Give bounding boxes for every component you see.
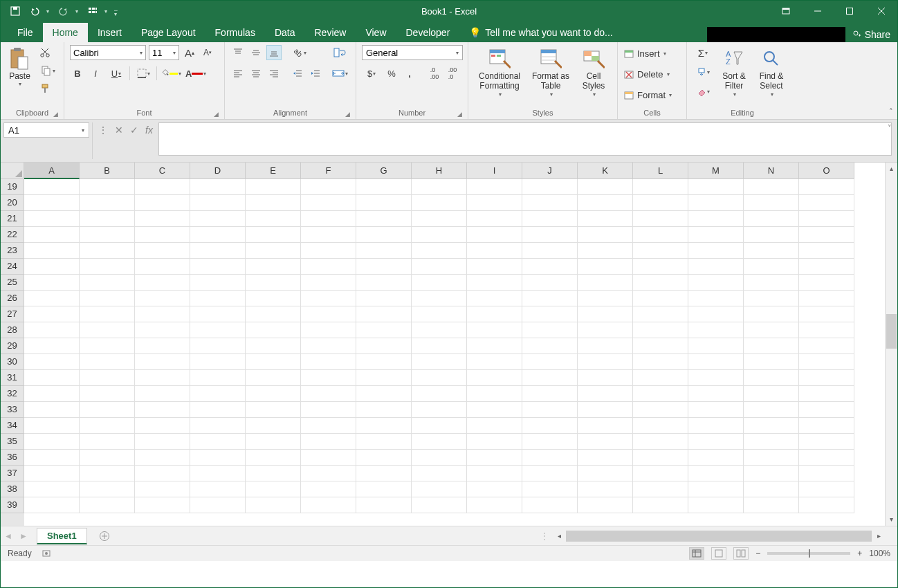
cell[interactable] — [301, 450, 356, 466]
orientation-button[interactable]: ab▾ — [290, 45, 311, 60]
formula-options-icon[interactable]: ⋮ — [98, 125, 108, 136]
merge-center-button[interactable]: ▾ — [330, 66, 349, 81]
cell[interactable] — [633, 243, 688, 259]
cell[interactable] — [688, 291, 744, 306]
cell[interactable] — [412, 418, 467, 434]
cell[interactable] — [578, 306, 633, 322]
cell[interactable] — [80, 418, 135, 434]
cell[interactable] — [799, 195, 854, 211]
cell[interactable] — [80, 306, 135, 322]
cell[interactable] — [467, 259, 522, 275]
cells-area[interactable] — [24, 179, 854, 526]
cell[interactable] — [522, 306, 578, 322]
cell[interactable] — [301, 322, 356, 338]
cell[interactable] — [24, 275, 80, 291]
cell[interactable] — [744, 275, 799, 291]
format-painter-button[interactable] — [37, 81, 53, 96]
cell[interactable] — [301, 402, 356, 418]
normal-view-button[interactable] — [689, 547, 704, 560]
cell[interactable] — [633, 370, 688, 386]
cell[interactable] — [356, 338, 412, 354]
cell[interactable] — [246, 497, 301, 513]
cell[interactable] — [744, 466, 799, 481]
cell[interactable] — [744, 195, 799, 211]
cell[interactable] — [301, 179, 356, 195]
maximize-button[interactable] — [834, 1, 865, 21]
cell[interactable] — [799, 434, 854, 450]
cell[interactable] — [578, 497, 633, 513]
cell[interactable] — [24, 227, 80, 243]
row-header[interactable]: 31 — [1, 370, 24, 386]
cell[interactable] — [301, 386, 356, 402]
cell[interactable] — [24, 211, 80, 227]
cell[interactable] — [522, 497, 578, 513]
cell[interactable] — [24, 291, 80, 306]
font-dialog-launcher[interactable]: ◢ — [214, 111, 219, 118]
cell[interactable] — [246, 418, 301, 434]
cell[interactable] — [301, 291, 356, 306]
zoom-out-button[interactable]: − — [755, 549, 760, 558]
cell[interactable] — [190, 497, 246, 513]
cell[interactable] — [80, 370, 135, 386]
cell[interactable] — [24, 243, 80, 259]
cell[interactable] — [688, 386, 744, 402]
cell[interactable] — [135, 195, 190, 211]
cell[interactable] — [246, 306, 301, 322]
cell[interactable] — [744, 402, 799, 418]
cell[interactable] — [799, 466, 854, 481]
cell[interactable] — [467, 322, 522, 338]
cell[interactable] — [24, 259, 80, 275]
cell[interactable] — [633, 322, 688, 338]
cell[interactable] — [80, 450, 135, 466]
cell[interactable] — [467, 338, 522, 354]
cell[interactable] — [80, 195, 135, 211]
cell[interactable] — [467, 370, 522, 386]
cell[interactable] — [246, 386, 301, 402]
conditional-formatting-button[interactable]: Conditional Formatting▾ — [474, 45, 525, 98]
cell[interactable] — [799, 338, 854, 354]
row-header[interactable]: 37 — [1, 466, 24, 481]
cell[interactable] — [356, 275, 412, 291]
zoom-in-button[interactable]: + — [857, 549, 862, 558]
cell[interactable] — [246, 211, 301, 227]
cell[interactable] — [799, 291, 854, 306]
cell[interactable] — [412, 259, 467, 275]
cell[interactable] — [744, 481, 799, 497]
cell[interactable] — [246, 466, 301, 481]
cell[interactable] — [412, 211, 467, 227]
cell[interactable] — [578, 481, 633, 497]
cell[interactable] — [633, 386, 688, 402]
tab-developer[interactable]: Developer — [396, 23, 460, 42]
cell[interactable] — [578, 466, 633, 481]
cell[interactable] — [135, 354, 190, 370]
cell[interactable] — [522, 291, 578, 306]
cell[interactable] — [412, 354, 467, 370]
cell[interactable] — [744, 434, 799, 450]
cell[interactable] — [522, 354, 578, 370]
cell[interactable] — [24, 338, 80, 354]
cell[interactable] — [246, 338, 301, 354]
cell[interactable] — [412, 338, 467, 354]
sheet-tab-active[interactable]: Sheet1 — [37, 528, 87, 544]
cell[interactable] — [301, 434, 356, 450]
cell[interactable] — [246, 227, 301, 243]
cell[interactable] — [633, 497, 688, 513]
row-header[interactable]: 27 — [1, 306, 24, 322]
cell[interactable] — [688, 481, 744, 497]
macro-record-icon[interactable] — [42, 549, 51, 558]
cell[interactable] — [688, 338, 744, 354]
cell[interactable] — [301, 211, 356, 227]
number-dialog-launcher[interactable]: ◢ — [457, 111, 462, 118]
cell[interactable] — [80, 497, 135, 513]
row-header[interactable]: 29 — [1, 338, 24, 354]
cell[interactable] — [135, 275, 190, 291]
cell[interactable] — [799, 227, 854, 243]
cell[interactable] — [246, 322, 301, 338]
cell[interactable] — [356, 466, 412, 481]
fill-button[interactable]: ▾ — [693, 64, 713, 80]
scroll-right-button[interactable]: ▸ — [872, 530, 885, 542]
cell[interactable] — [301, 243, 356, 259]
cell[interactable] — [412, 179, 467, 195]
cell[interactable] — [24, 306, 80, 322]
cell[interactable] — [246, 179, 301, 195]
